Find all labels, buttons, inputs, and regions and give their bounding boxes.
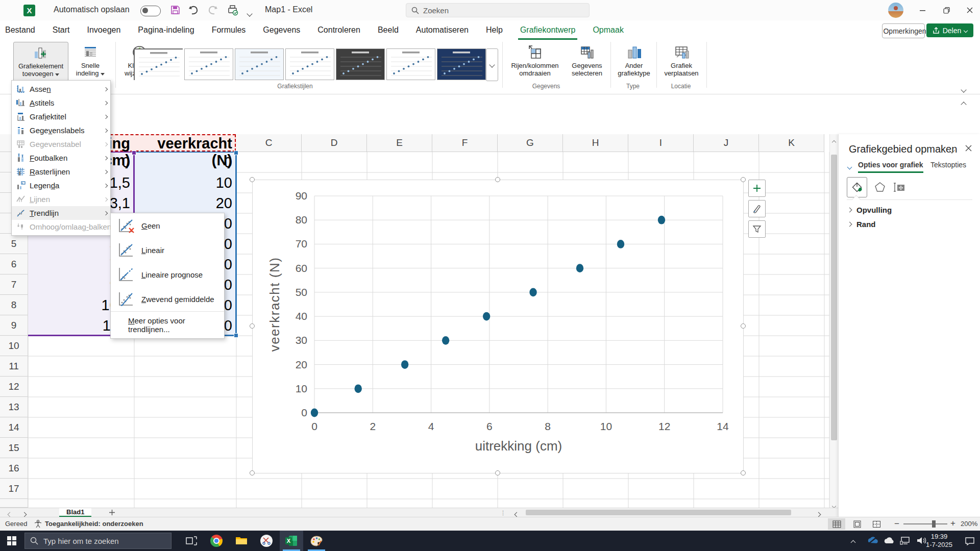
range-handle[interactable] (234, 333, 238, 338)
chart-filters-button[interactable] (748, 220, 766, 238)
ribbon-tab-bestand[interactable]: Bestand (4, 23, 36, 37)
submenu-item-geen[interactable]: Geen (111, 213, 224, 238)
menu-item-rasterlijnen[interactable]: Rasterlijnen (12, 165, 110, 179)
taskbar-app-excel[interactable]: X (280, 531, 303, 551)
chart-style-thumbnail-6[interactable] (386, 48, 435, 80)
ribbon-tab-opmaak[interactable]: Opmaak (592, 23, 624, 37)
ribbon-tab-controleren[interactable]: Controleren (316, 23, 361, 37)
minimize-button[interactable] (911, 0, 935, 20)
row-header-10[interactable]: 10 (0, 336, 28, 356)
view-normal-button[interactable] (828, 518, 845, 530)
ribbon-options-chevron-icon[interactable] (962, 85, 966, 94)
chart-style-thumbnail-2[interactable] (184, 48, 233, 80)
vertical-scrollbar-thumb[interactable] (831, 155, 837, 440)
row-header-17[interactable]: 17 (0, 479, 28, 499)
zoom-slider[interactable] (903, 523, 947, 524)
options-collapse-icon[interactable] (848, 162, 851, 171)
chart-selection-handle[interactable] (250, 177, 255, 182)
avatar[interactable] (888, 3, 903, 20)
chart-style-thumbnail-7[interactable] (437, 48, 486, 80)
undo-icon[interactable] (188, 5, 200, 18)
print-preview-icon[interactable] (227, 5, 239, 18)
move-chart-button[interactable]: Grafiekverplaatsen (659, 42, 703, 89)
column-header-E[interactable]: E (367, 134, 432, 152)
gallery-more-button[interactable] (486, 48, 498, 81)
maximize-button[interactable] (935, 0, 958, 20)
chart-selection-handle[interactable] (741, 470, 746, 475)
view-page-break-button[interactable] (868, 518, 885, 530)
taskbar-clock[interactable]: 19:39 1-7-2025 (918, 533, 961, 549)
ribbon-tab-gegevens[interactable]: Gegevens (262, 23, 301, 37)
start-button[interactable] (0, 531, 23, 551)
taskbar-app-explorer[interactable] (230, 531, 253, 551)
ribbon-tab-invoegen[interactable]: Invoegen (86, 23, 122, 37)
onedrive-icon[interactable] (867, 536, 879, 547)
action-center-icon[interactable] (965, 537, 975, 547)
chart-style-thumbnail-3[interactable] (235, 48, 284, 80)
submenu-item-zwevend-gemiddelde[interactable]: Zwevend gemiddelde (111, 287, 224, 311)
menu-item-gegevenstabel[interactable]: Gegevenstabel (12, 137, 110, 151)
range-handle[interactable] (132, 151, 136, 155)
taskbar-app-paint[interactable] (305, 531, 328, 551)
vertical-scrollbar[interactable] (829, 134, 838, 508)
size-properties-icon[interactable] (891, 179, 908, 195)
column-header-H[interactable]: H (563, 134, 628, 152)
column-header-C[interactable]: C (236, 134, 302, 152)
autosave-toggle[interactable] (140, 6, 161, 16)
ribbon-tab-start[interactable]: Start (52, 23, 71, 37)
save-icon[interactable] (170, 5, 181, 17)
row-header-5[interactable]: 5 (0, 234, 28, 254)
column-header-D[interactable]: D (302, 134, 367, 152)
collapse-ribbon-icon[interactable] (962, 99, 966, 109)
row-header-11[interactable]: 11 (0, 356, 28, 377)
submenu-item-lineaire-prognose[interactable]: Lineaire prognose (111, 262, 224, 287)
chart-elements-button[interactable] (748, 180, 766, 197)
taskbar-app-snip[interactable] (255, 531, 278, 551)
row-header-18[interactable] (0, 499, 28, 508)
chart-selection-handle[interactable] (250, 323, 255, 329)
chart-styles-button[interactable] (748, 200, 766, 217)
comments-button[interactable]: Opmerkingen (882, 23, 925, 38)
column-header-I[interactable]: I (628, 134, 694, 152)
row-header-16[interactable]: 16 (0, 458, 28, 479)
range-handle[interactable] (234, 151, 238, 155)
menu-item-astitels[interactable]: Astitels (12, 96, 110, 110)
tab-chart-options[interactable]: Opties voor grafiek (858, 161, 923, 169)
cell-b3[interactable]: 10 (134, 174, 232, 191)
select-data-button[interactable]: Gegevensselecteren (566, 42, 608, 89)
ribbon-tab-help[interactable]: Help (485, 23, 504, 37)
horizontal-scrollbar-thumb[interactable] (526, 510, 791, 515)
row-header-15[interactable]: 15 (0, 438, 28, 458)
row-header-7[interactable]: 7 (0, 274, 28, 295)
column-header-J[interactable]: J (694, 134, 759, 152)
menu-item-omhoog-omlaag-balken[interactable]: Omhoog/omlaag-balken (12, 220, 110, 234)
close-button[interactable] (958, 0, 980, 20)
ribbon-tab-formules[interactable]: Formules (211, 23, 247, 37)
cell-b1[interactable]: veerkracht (N) (134, 135, 232, 169)
scrollbar-splitter[interactable]: ⋮ (500, 510, 506, 516)
row-header-12[interactable]: 12 (0, 377, 28, 397)
row-header-14[interactable]: 14 (0, 417, 28, 438)
search-box[interactable]: Zoeken (406, 3, 590, 17)
taskbar-app-task-view[interactable] (180, 531, 203, 551)
pane-close-icon[interactable] (965, 144, 972, 154)
change-chart-type-button[interactable]: Andergrafiektype (614, 42, 654, 89)
submenu-item-lineair[interactable]: Lineair (111, 238, 224, 262)
section-fill[interactable]: Opvulling (848, 206, 892, 214)
fill-line-icon[interactable] (847, 177, 867, 197)
switch-row-column-button[interactable]: Rijen/kolommenomdraaien (506, 42, 564, 89)
chart-selection-handle[interactable] (741, 177, 746, 182)
view-page-layout-button[interactable] (848, 518, 866, 530)
chart-style-thumbnail-5[interactable] (336, 48, 385, 80)
row-header-8[interactable]: 8 (0, 295, 28, 315)
row-header-9[interactable]: 9 (0, 315, 28, 336)
zoom-level[interactable]: 200% (961, 520, 977, 528)
chart-style-thumbnail-1[interactable] (134, 48, 183, 80)
chart-selection-handle[interactable] (250, 470, 255, 475)
row-header-13[interactable]: 13 (0, 397, 28, 417)
menu-item-assen[interactable]: Assen (12, 82, 110, 96)
redo-icon[interactable] (206, 5, 218, 18)
pane-collapse-chevron-icon[interactable] (950, 145, 954, 155)
taskbar-search-box[interactable]: Typ hier om te zoeken (24, 533, 172, 549)
column-header-B[interactable]: B (134, 134, 236, 152)
